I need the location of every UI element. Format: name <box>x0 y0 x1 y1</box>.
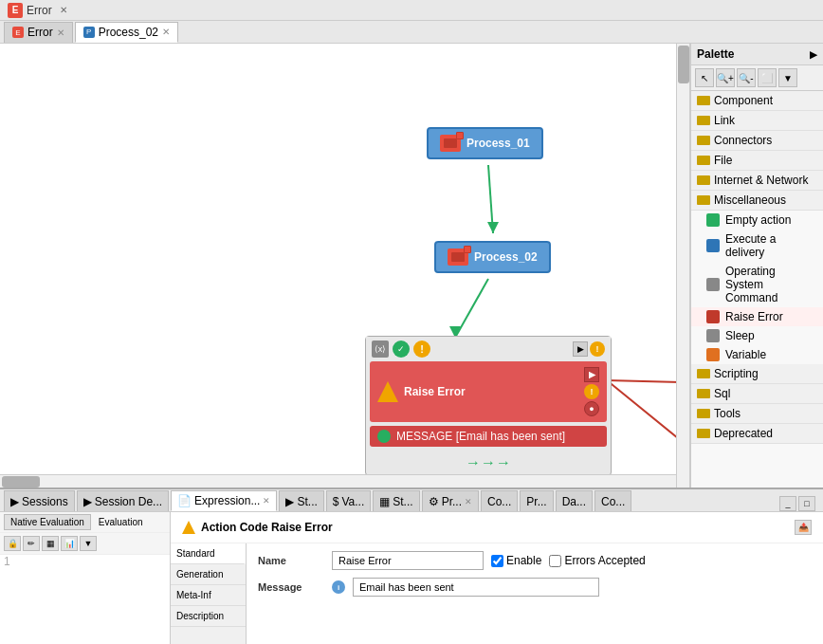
form-message-input[interactable] <box>353 578 599 597</box>
palette-item-os-command[interactable]: Operating System Command <box>691 262 823 307</box>
palette-item-raise-error-icon <box>706 310 720 323</box>
form-row-name: Name Enable Errors Accepted <box>258 551 812 570</box>
palette-item-raise-error[interactable]: Raise Error <box>691 307 823 326</box>
form-enable-checkbox[interactable] <box>491 555 503 567</box>
palette-category-component[interactable]: Component <box>691 91 823 111</box>
tab-error-label: Error <box>27 26 53 39</box>
bottom-tab-bar: ▶ Sessions ▶ Session De... 📄 Expression.… <box>0 489 823 512</box>
bottom-panel: ▶ Sessions ▶ Session De... 📄 Expression.… <box>0 488 823 644</box>
canvas-scrollbar-v[interactable] <box>676 44 689 488</box>
palette-category-connectors-label: Connectors <box>714 134 772 147</box>
palette-zoom-in-btn[interactable]: 🔍+ <box>716 68 735 87</box>
palette-category-component-label: Component <box>714 94 773 107</box>
tab-pr2-label: Pr... <box>526 495 546 508</box>
palette-item-variable-icon <box>706 348 720 361</box>
palette-category-sql-icon <box>697 389 710 398</box>
expr-line-1: 1 <box>0 555 14 570</box>
palette-expand-icon[interactable]: ▶ <box>810 49 817 60</box>
title-close[interactable]: ✕ <box>60 5 67 15</box>
palette-category-connectors[interactable]: Connectors <box>691 131 823 151</box>
side-tab-description[interactable]: Description <box>171 606 246 627</box>
tab-st1-label: St... <box>297 495 317 508</box>
palette-category-tools-icon <box>697 409 710 418</box>
palette-category-link-icon <box>697 116 710 125</box>
palette-category-sql[interactable]: Sql <box>691 384 823 404</box>
process01-node[interactable]: Process_01 <box>427 127 543 159</box>
tab-process02-label: Process_02 <box>99 26 158 39</box>
palette-category-file[interactable]: File <box>691 151 823 171</box>
main-area: Process_01 Process_02 ⟨x⟩ ✓ ! ▶ <box>0 44 823 488</box>
tab-va-icon: $ <box>333 495 339 508</box>
palette-category-misc-icon <box>697 195 710 205</box>
palette-category-deprecated-icon <box>697 429 710 438</box>
palette-fit-btn[interactable]: ⬜ <box>758 68 777 87</box>
tab-eval[interactable]: Evaluation <box>93 515 149 529</box>
form-errors-accepted-checkbox[interactable] <box>549 555 561 567</box>
side-tab-metainf[interactable]: Meta-Inf <box>171 585 246 606</box>
side-tab-standard[interactable]: Standard <box>171 543 246 564</box>
app-icon: E <box>8 3 23 18</box>
palette-item-variable[interactable]: Variable <box>691 345 823 364</box>
tab-expression[interactable]: 📄 Expression... ✕ <box>171 490 277 511</box>
tab-expression-icon: 📄 <box>177 494 192 507</box>
tab-da[interactable]: Da... <box>556 490 593 511</box>
palette-item-raise-error-label: Raise Error <box>725 310 783 323</box>
tab-pr2[interactable]: Pr... <box>520 490 553 511</box>
palette-header: Palette ▶ <box>691 44 823 65</box>
expr-edit-btn[interactable]: ✏ <box>23 536 40 551</box>
palette-category-deprecated[interactable]: Deprecated <box>691 424 823 444</box>
canvas-scrollbar-h[interactable] <box>0 474 676 488</box>
tab-process02-close[interactable]: ✕ <box>162 27 170 37</box>
form-name-input[interactable] <box>332 551 484 570</box>
palette-category-scripting[interactable]: Scripting <box>691 364 823 384</box>
process02-node[interactable]: Process_02 <box>434 241 551 273</box>
tab-co1-label: Co... <box>487 495 511 508</box>
tab-co1[interactable]: Co... <box>481 490 518 511</box>
expr-lock-btn[interactable]: 🔒 <box>4 536 21 551</box>
palette-dropdown-btn[interactable]: ▼ <box>778 68 797 87</box>
palette-item-empty-action[interactable]: Empty action <box>691 211 823 230</box>
canvas-scroll-thumb-h[interactable] <box>2 476 40 488</box>
raise-error-run-btn[interactable]: ▶ <box>584 367 599 382</box>
palette-cursor-btn[interactable]: ↖ <box>695 68 714 87</box>
raise-error-expand-btn[interactable]: ▶ <box>573 341 588 357</box>
action-panel-body: Standard Generation Meta-Inf Description… <box>171 543 823 644</box>
tab-process02[interactable]: P Process_02 ✕ <box>75 22 178 43</box>
tab-sessions[interactable]: ▶ Sessions <box>4 490 75 511</box>
tab-pr1-close[interactable]: ✕ <box>465 497 472 506</box>
tab-error[interactable]: E Error ✕ <box>4 22 73 43</box>
raise-error-stop-btn[interactable]: ● <box>584 401 599 416</box>
raise-error-node[interactable]: ⟨x⟩ ✓ ! ▶ ! Raise Error ▶ ! ● <box>365 336 612 476</box>
raise-error-side-warning: ! <box>590 341 605 357</box>
tab-st1[interactable]: ▶ St... <box>279 490 323 511</box>
tab-pr1[interactable]: ⚙ Pr... ✕ <box>422 490 479 511</box>
action-panel-export-btn[interactable]: 📤 <box>795 520 812 535</box>
expr-grid-btn[interactable]: ▦ <box>42 536 59 551</box>
palette-category-tools[interactable]: Tools <box>691 404 823 424</box>
canvas-scroll-thumb[interactable] <box>678 46 689 83</box>
palette-item-sleep[interactable]: Sleep <box>691 326 823 345</box>
expr-dropdown-btn[interactable]: ▼ <box>80 536 97 551</box>
palette-zoom-out-btn[interactable]: 🔍- <box>737 68 756 87</box>
process01-label: Process_01 <box>466 137 530 150</box>
expr-chart-btn[interactable]: 📊 <box>61 536 78 551</box>
tab-session-de[interactable]: ▶ Session De... <box>77 490 169 511</box>
tab-co2[interactable]: Co... <box>594 490 631 511</box>
tab-expression-close[interactable]: ✕ <box>263 496 270 506</box>
canvas-area[interactable]: Process_01 Process_02 ⟨x⟩ ✓ ! ▶ <box>0 44 690 488</box>
tab-st2-label: St... <box>393 495 412 508</box>
bottom-maximize-btn[interactable]: □ <box>798 496 815 511</box>
side-tab-generation[interactable]: Generation <box>171 564 246 585</box>
bottom-minimize-btn[interactable]: _ <box>779 496 796 511</box>
palette-item-execute-delivery[interactable]: Execute a delivery <box>691 230 823 262</box>
svg-line-2 <box>455 279 488 338</box>
tab-va[interactable]: $ Va... <box>326 490 371 511</box>
palette-category-misc[interactable]: Miscellaneous <box>691 191 823 211</box>
tab-pr1-icon: ⚙ <box>429 495 439 508</box>
palette-category-link[interactable]: Link <box>691 111 823 131</box>
tab-error-close[interactable]: ✕ <box>57 28 64 38</box>
palette-item-empty-action-icon <box>706 213 720 227</box>
tab-st2[interactable]: ▦ St... <box>373 490 419 511</box>
palette-category-internet[interactable]: Internet & Network <box>691 171 823 191</box>
tab-native-eval[interactable]: Native Evaluation <box>4 514 91 530</box>
